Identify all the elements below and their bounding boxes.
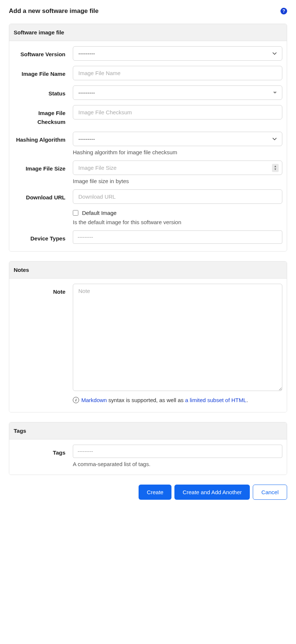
hashing-algorithm-help: Hashing algorithm for image file checksu… xyxy=(73,149,282,155)
label-status: Status xyxy=(14,85,73,98)
device-types-input[interactable]: --------- xyxy=(73,230,282,244)
label-note: Note xyxy=(14,284,73,296)
label-image-file-size: Image File Size xyxy=(14,161,73,173)
tags-input[interactable]: --------- xyxy=(73,445,282,458)
default-image-label: Default Image xyxy=(82,210,116,216)
note-help-text: Markdown syntax is supported, as well as… xyxy=(81,396,248,405)
image-file-size-input[interactable] xyxy=(73,161,282,175)
label-download-url: Download URL xyxy=(14,189,73,202)
default-image-help: Is the default image for this software v… xyxy=(73,219,282,225)
create-add-another-button[interactable]: Create and Add Another xyxy=(174,485,250,500)
number-stepper-icon[interactable]: ▲▼ xyxy=(272,164,279,172)
image-file-size-help: Image file size in bytes xyxy=(73,178,282,184)
image-file-checksum-input[interactable] xyxy=(73,105,282,119)
page-title: Add a new software image file xyxy=(9,7,99,15)
info-icon: i xyxy=(73,397,79,403)
software-version-select[interactable]: --------- xyxy=(73,46,282,61)
section-header-notes: Notes xyxy=(9,262,287,279)
label-tags: Tags xyxy=(14,445,73,457)
image-file-name-input[interactable] xyxy=(73,66,282,80)
section-tags: Tags Tags --------- A comma-separated li… xyxy=(9,422,287,475)
section-notes: Notes Note i Markdown syntax is supporte… xyxy=(9,261,287,412)
download-url-input[interactable] xyxy=(73,189,282,204)
tags-help: A comma-separated list of tags. xyxy=(73,461,282,467)
markdown-link[interactable]: Markdown xyxy=(81,397,107,403)
default-image-checkbox[interactable] xyxy=(73,210,78,216)
status-select[interactable]: --------- xyxy=(73,85,282,100)
cancel-button[interactable]: Cancel xyxy=(253,485,287,500)
section-header-tags: Tags xyxy=(9,422,287,439)
help-icon[interactable]: ? xyxy=(280,8,287,14)
label-hashing-algorithm: Hashing Algorithm xyxy=(14,132,73,144)
section-header: Software image file xyxy=(9,24,287,41)
section-software-image-file: Software image file Software Version ---… xyxy=(9,24,287,252)
label-image-file-name: Image File Name xyxy=(14,66,73,78)
label-software-version: Software Version xyxy=(14,46,73,59)
label-image-file-checksum: Image File Checksum xyxy=(14,105,73,127)
hashing-algorithm-select[interactable]: --------- xyxy=(73,132,282,146)
label-device-types: Device Types xyxy=(14,230,73,243)
html-subset-link[interactable]: a limited subset of HTML xyxy=(185,397,246,403)
create-button[interactable]: Create xyxy=(139,485,171,500)
note-textarea[interactable] xyxy=(73,284,282,391)
